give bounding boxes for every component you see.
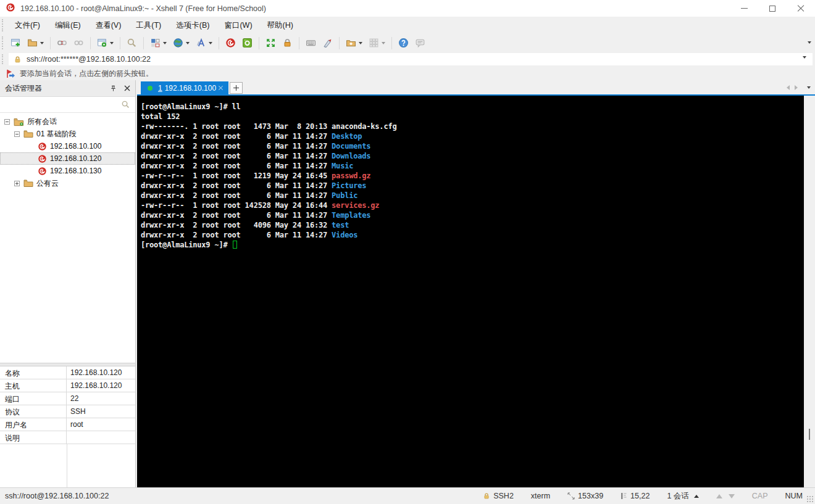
scroll-down-icon[interactable] <box>729 494 735 498</box>
menu-file[interactable]: 文件(F) <box>7 18 48 33</box>
find-button[interactable] <box>125 36 139 50</box>
session-search-input[interactable] <box>0 97 135 113</box>
new-session-button[interactable] <box>9 36 23 50</box>
menu-help[interactable]: 帮助(H) <box>260 18 301 33</box>
terminal-cursor <box>233 241 237 249</box>
session-list-popup-icon[interactable] <box>694 495 699 498</box>
status-session-count[interactable]: 1 会话 <box>658 491 707 502</box>
session-properties-button[interactable] <box>95 36 115 50</box>
chevron-down-icon[interactable] <box>110 42 114 44</box>
xftp-launch-button[interactable] <box>240 36 254 50</box>
help-button[interactable] <box>396 36 411 50</box>
tree-item-label: 公有云 <box>36 178 59 189</box>
terminal-line: drwxr-xr-x 2 root root 6 Mar 11 14:27 Do… <box>141 141 804 151</box>
tree-item-label: 所有会话 <box>27 117 57 127</box>
xftp-icon <box>242 38 253 48</box>
minimize-button[interactable] <box>730 0 758 17</box>
disconnect-button[interactable] <box>55 36 69 50</box>
toolbar-drag-handle[interactable] <box>2 36 4 49</box>
collapse-icon[interactable] <box>14 131 20 137</box>
reconnect-button[interactable] <box>72 36 86 50</box>
tab-session-active[interactable]: 1 192.168.10.100 <box>141 81 228 94</box>
chevron-down-icon[interactable] <box>186 42 190 44</box>
window-resize-grip[interactable] <box>806 495 814 503</box>
tree-item-group-cloud[interactable]: 公有云 <box>0 177 135 189</box>
address-input[interactable]: ssh://root:******@192.168.10.100:22 <box>9 53 813 65</box>
tab-close-icon[interactable] <box>218 85 224 91</box>
property-row: 名称 192.168.10.120 <box>0 366 135 379</box>
new-tab-button[interactable] <box>230 82 243 94</box>
menu-tab[interactable]: 选项卡(B) <box>169 18 217 33</box>
open-session-button[interactable] <box>25 36 46 50</box>
terminal-scrollbar[interactable] <box>804 96 815 487</box>
property-row: 说明 <box>0 431 135 444</box>
tree-item-session-130[interactable]: 192.168.10.130 <box>0 165 135 177</box>
tab-scroll-left-icon[interactable] <box>787 85 790 90</box>
property-value: 192.168.10.120 <box>67 379 135 392</box>
menu-edit[interactable]: 编辑(E) <box>48 18 88 33</box>
font-button[interactable] <box>194 36 214 50</box>
open-folder-icon <box>27 38 38 48</box>
terminal-line: drwxr-xr-x 2 root root 6 Mar 11 14:27 Vi… <box>141 230 804 240</box>
screen-grid-button[interactable] <box>367 36 387 50</box>
chevron-down-icon[interactable] <box>163 42 167 44</box>
lock-screen-button[interactable] <box>280 36 295 50</box>
compose-button[interactable] <box>320 36 335 50</box>
expand-icon[interactable] <box>14 181 20 186</box>
toolbar-overflow-icon[interactable] <box>808 41 811 44</box>
xshell-icon <box>225 38 236 48</box>
tree-item-session-100[interactable]: 192.168.10.100 <box>0 140 135 152</box>
maximize-button[interactable] <box>758 0 787 17</box>
scrollbar-thumb[interactable] <box>809 429 810 440</box>
terminal-line: drwxr-xr-x 2 root root 6 Mar 11 14:27 Mu… <box>141 161 804 171</box>
tree-item-all-sessions[interactable]: 所有会话 <box>0 115 135 128</box>
tree-item-group-basic[interactable]: 01 基础阶段 <box>0 128 135 140</box>
collapse-icon[interactable] <box>4 119 10 125</box>
close-icon <box>797 5 805 12</box>
tree-item-session-120[interactable]: 192.168.10.120 <box>0 152 135 165</box>
tab-scroll-right-icon[interactable] <box>795 85 798 90</box>
scroll-up-icon[interactable] <box>716 494 722 498</box>
fullscreen-button[interactable] <box>264 36 278 50</box>
info-bar: 要添加当前会话，点击左侧的箭头按钮。 <box>0 67 815 80</box>
session-properties-grid: 名称 192.168.10.120 主机 192.168.10.120 端口 2… <box>0 366 135 487</box>
close-panel-button[interactable] <box>121 82 133 94</box>
virtual-keyboard-button[interactable] <box>304 36 318 50</box>
status-screen-size[interactable]: 153x39 <box>559 492 612 500</box>
property-value <box>67 431 135 444</box>
encoding-button[interactable] <box>171 36 191 50</box>
toolbar-drag-handle[interactable] <box>2 54 4 64</box>
feedback-button[interactable] <box>413 36 427 50</box>
chevron-down-icon[interactable] <box>40 42 44 44</box>
tab-label: 192.168.10.100 <box>165 84 218 93</box>
session-manager-title: 会话管理器 <box>5 83 107 94</box>
menu-window[interactable]: 窗口(W) <box>217 18 259 33</box>
toolbar-separator <box>120 37 120 49</box>
chevron-down-icon[interactable] <box>209 42 212 44</box>
chevron-down-icon[interactable] <box>359 42 362 44</box>
terminal-line: -rw-r--r-- 1 root root 142528 May 24 16:… <box>141 200 804 210</box>
layout-button[interactable] <box>148 36 169 50</box>
close-button[interactable] <box>787 0 815 17</box>
toolbar-drag-handle[interactable] <box>2 19 4 31</box>
status-cursor-position[interactable]: 15,22 <box>612 492 658 500</box>
status-terminal-type[interactable]: xterm <box>522 492 559 500</box>
tab-list-dropdown-icon[interactable] <box>807 86 811 89</box>
tree-item-label: 192.168.10.100 <box>50 142 101 151</box>
toolbar-separator <box>90 37 91 49</box>
pin-panel-button[interactable] <box>107 82 119 94</box>
session-properties-icon <box>97 38 107 48</box>
xshell-launch-button[interactable] <box>224 36 238 50</box>
terminal-screen[interactable]: [root@AlmaLinux9 ~]# ll total 152 -rw---… <box>137 96 804 487</box>
menu-tools[interactable]: 工具(T) <box>128 18 169 33</box>
tree-item-label: 01 基础阶段 <box>36 129 77 139</box>
session-icon <box>38 142 47 151</box>
property-label: 用户名 <box>0 418 67 431</box>
address-dropdown-icon[interactable] <box>803 56 806 59</box>
new-file-button[interactable] <box>344 36 364 50</box>
menu-view[interactable]: 查看(V) <box>88 18 129 33</box>
toolbar <box>0 34 815 52</box>
directory-name: Pictures <box>332 181 366 190</box>
fullscreen-icon <box>265 38 276 48</box>
chevron-down-icon[interactable] <box>382 42 385 44</box>
